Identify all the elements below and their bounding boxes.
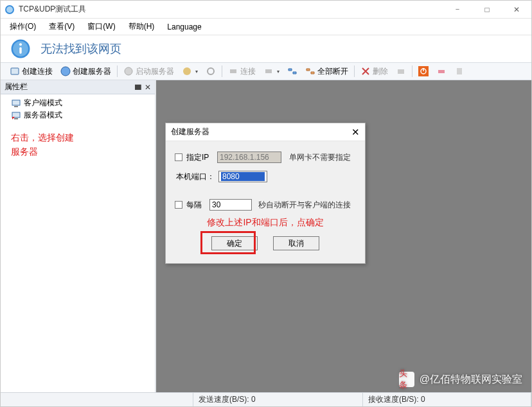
svg-rect-19	[12, 100, 20, 105]
menu-operate[interactable]: 操作(O)	[4, 20, 41, 33]
banner-text: 无法找到该网页	[40, 41, 121, 56]
svg-rect-11	[230, 69, 236, 73]
unplug-all-icon	[305, 66, 315, 76]
svg-point-1	[6, 6, 13, 13]
svg-rect-12	[265, 69, 272, 73]
sidebar-close-icon[interactable]: ✕	[145, 83, 151, 92]
tree-node-label: 服务器模式	[24, 110, 62, 121]
svg-rect-4	[19, 47, 21, 53]
input-port[interactable]: 8080	[218, 171, 267, 182]
menu-window[interactable]: 窗口(W)	[82, 20, 120, 33]
tree-node-client-mode[interactable]: 客户端模式	[4, 97, 151, 109]
dialog-cancel-button[interactable]: 取消	[273, 236, 319, 250]
annotation-dialog-note: 修改上述IP和端口后，点确定	[175, 217, 356, 229]
toolbar-start-server[interactable]: 启动服务器	[120, 65, 178, 78]
toolbar-create-connection[interactable]: 创建连接	[6, 65, 57, 78]
svg-point-5	[19, 43, 22, 46]
close-button[interactable]: ✕	[502, 1, 531, 19]
svg-rect-6	[11, 68, 19, 74]
hint-interval: 秒自动断开与客户端的连接	[258, 200, 351, 211]
toolbar-clear[interactable]	[392, 65, 410, 78]
toolbar-stop2[interactable]	[202, 65, 220, 78]
annotation-text: 右击，选择创建 服务器	[1, 124, 155, 166]
start-icon	[123, 66, 134, 76]
title-bar: TCP&UDP测试工具 － □ ✕	[1, 1, 531, 19]
svg-rect-18	[457, 68, 462, 74]
window-title: TCP&UDP测试工具	[19, 4, 86, 15]
watermark-badge: 头条	[399, 372, 414, 387]
app-icon	[4, 4, 15, 15]
sidebar-title-text: 属性栏	[4, 82, 28, 92]
checkbox-specify-ip[interactable]	[175, 153, 182, 161]
svg-rect-17	[438, 70, 445, 73]
toolbar-power[interactable]	[414, 65, 432, 78]
stop-icon	[182, 66, 192, 76]
server-node-icon	[11, 110, 21, 121]
dialog-title-bar[interactable]: 创建服务器 ✕	[166, 123, 365, 141]
input-interval[interactable]: 30	[209, 199, 252, 211]
tree-node-label: 客户端模式	[24, 98, 62, 108]
export-icon	[454, 66, 465, 76]
settings-icon	[436, 66, 447, 76]
unplug-icon	[263, 66, 274, 76]
dialog-title-text: 创建服务器	[171, 126, 209, 137]
sidebar-pin-icon[interactable]: ⯀	[134, 83, 142, 92]
status-recv-speed: 接收速度(B/S): 0	[363, 393, 531, 406]
tree: 客户端模式 服务器模式	[1, 94, 155, 124]
dialog-create-server: 创建服务器 ✕ 指定IP 192.168.1.156 单网卡不需要指定 本机端口…	[165, 123, 366, 264]
label-local-port: 本机端口：	[176, 171, 215, 182]
content-area: 创建服务器 ✕ 指定IP 192.168.1.156 单网卡不需要指定 本机端口…	[156, 80, 531, 392]
status-send-speed: 发送速度(B/S): 0	[193, 393, 363, 406]
menu-bar: 操作(O) 查看(V) 窗口(W) 帮助(H) Language	[1, 19, 531, 35]
tree-node-server-mode[interactable]: 服务器模式	[4, 109, 151, 121]
svg-rect-13	[398, 69, 404, 74]
plug-icon	[228, 66, 238, 76]
dialog-close-button[interactable]: ✕	[351, 126, 360, 138]
dialog-ok-button[interactable]: 确定	[211, 236, 258, 250]
input-ip[interactable]: 192.168.1.156	[217, 152, 281, 163]
power-icon	[418, 66, 429, 76]
svg-point-10	[208, 68, 214, 74]
svg-rect-21	[12, 112, 20, 117]
svg-point-8	[125, 67, 132, 75]
hint-ip: 单网卡不需要指定	[289, 152, 351, 163]
svg-rect-20	[14, 106, 18, 107]
delete-icon	[360, 66, 371, 76]
checkbox-interval[interactable]	[175, 201, 182, 209]
svg-point-7	[61, 67, 70, 76]
server-icon	[60, 66, 71, 76]
toolbar-disconnect-all[interactable]: 全部断开	[301, 65, 352, 78]
sidebar-header: 属性栏 ⯀ ✕	[1, 80, 155, 94]
svg-rect-22	[14, 118, 18, 119]
toolbar-stop-server[interactable]: ▾	[178, 65, 202, 78]
status-bar: 发送速度(B/S): 0 接收速度(B/S): 0	[1, 392, 531, 406]
toolbar: 创建连接 创建服务器 启动服务器 ▾ 连接 ▾	[1, 62, 531, 80]
clear-icon	[396, 66, 406, 76]
svg-point-9	[183, 67, 191, 75]
menu-help[interactable]: 帮助(H)	[123, 20, 160, 33]
toolbar-connect-all[interactable]	[283, 65, 301, 78]
info-icon	[10, 38, 31, 60]
menu-language[interactable]: Language	[162, 21, 206, 33]
label-interval: 每隔	[186, 200, 206, 211]
toolbar-export[interactable]	[450, 65, 468, 78]
toolbar-settings[interactable]	[432, 65, 450, 78]
computer-icon	[11, 98, 21, 108]
watermark-text: @亿佰特物联网实验室	[420, 373, 522, 386]
toolbar-delete[interactable]: 删除	[357, 65, 392, 78]
minimize-button[interactable]: －	[443, 1, 472, 19]
toolbar-connect[interactable]: 连接	[224, 65, 260, 78]
watermark: 头条 @亿佰特物联网实验室	[399, 372, 522, 387]
sidebar: 属性栏 ⯀ ✕ 客户端模式 服务器模式 右击，选择创建 服务器	[1, 80, 156, 392]
connection-icon	[10, 66, 20, 76]
banner: 无法找到该网页	[1, 35, 531, 62]
menu-view[interactable]: 查看(V)	[44, 20, 80, 33]
toolbar-disconnect[interactable]: ▾	[260, 65, 283, 78]
cancel-icon	[206, 66, 216, 76]
label-specify-ip: 指定IP	[186, 152, 213, 163]
toolbar-create-server[interactable]: 创建服务器	[57, 65, 115, 78]
maximize-button[interactable]: □	[472, 1, 502, 19]
plugs-icon	[287, 66, 297, 76]
